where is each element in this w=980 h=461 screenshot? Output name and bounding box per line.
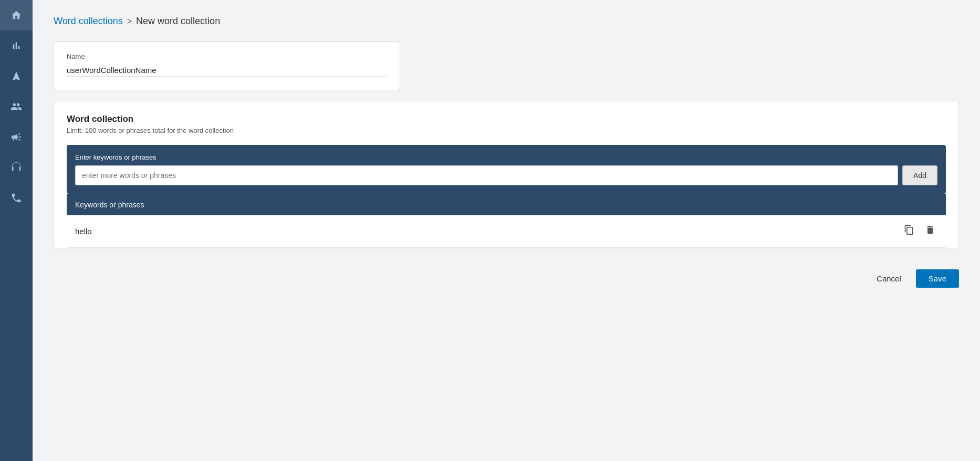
sidebar-item-users[interactable]	[0, 91, 33, 122]
sidebar-item-charts[interactable]	[0, 30, 33, 61]
breadcrumb-separator: >	[127, 17, 132, 26]
keywords-text-input[interactable]	[75, 165, 898, 185]
save-button[interactable]: Save	[916, 269, 959, 288]
section-title: Word collection	[67, 114, 946, 124]
word-collection-card: Word collection Limit: 100 words or phra…	[54, 101, 959, 248]
keywords-table-container: Keywords or phrases hello	[67, 194, 946, 248]
sidebar-item-routing[interactable]	[0, 61, 33, 91]
table-row: hello	[67, 215, 946, 248]
keywords-input-row: Add	[75, 165, 937, 185]
breadcrumb-link[interactable]: Word collections	[54, 16, 123, 27]
section-subtitle: Limit: 100 words or phrases total for th…	[67, 127, 946, 134]
sidebar-item-home[interactable]	[0, 0, 33, 30]
breadcrumb-current: New word collection	[136, 16, 220, 27]
footer: Cancel Save	[54, 259, 959, 293]
keywords-input-label: Enter keywords or phrases	[75, 153, 937, 161]
sidebar	[0, 0, 33, 461]
sidebar-item-campaigns[interactable]	[0, 122, 33, 152]
name-input[interactable]	[67, 64, 387, 77]
add-button[interactable]: Add	[902, 165, 937, 185]
copy-icon[interactable]	[902, 223, 916, 240]
table-header: Keywords or phrases	[67, 194, 946, 215]
delete-icon[interactable]	[923, 223, 937, 240]
name-card: Name	[54, 41, 400, 90]
main-content: Word collections > New word collection N…	[33, 0, 980, 461]
sidebar-item-phone[interactable]	[0, 183, 33, 213]
table-cell-actions	[902, 223, 937, 240]
keywords-input-area: Enter keywords or phrases Add	[67, 145, 946, 194]
cancel-button[interactable]: Cancel	[868, 270, 910, 287]
breadcrumb: Word collections > New word collection	[54, 16, 959, 27]
table-cell-word: hello	[75, 227, 902, 236]
sidebar-item-headset[interactable]	[0, 152, 33, 183]
name-label: Name	[67, 53, 387, 60]
table-header-cell: Keywords or phrases	[75, 201, 937, 209]
